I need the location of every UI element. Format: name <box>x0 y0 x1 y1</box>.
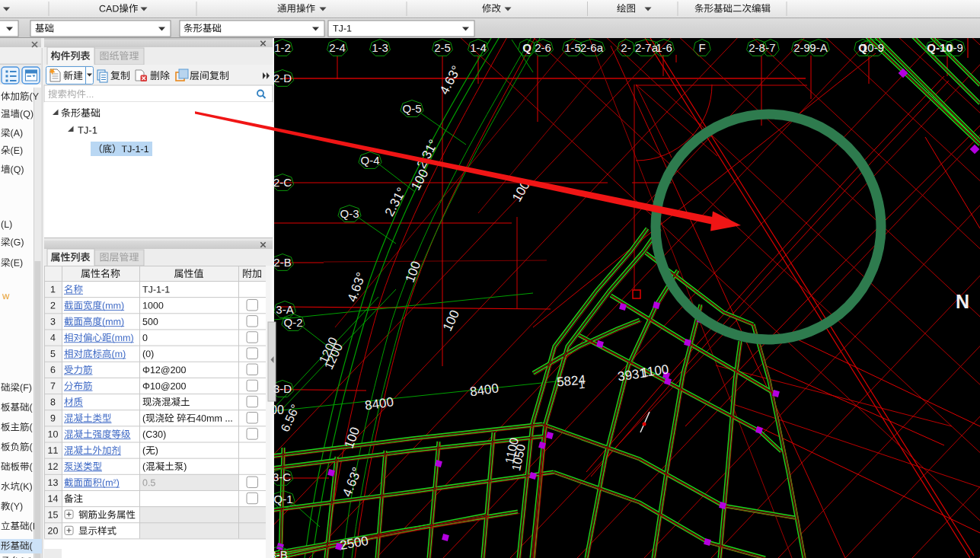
svg-text:N: N <box>956 291 969 312</box>
svg-text:2-C: 2-C <box>273 176 292 189</box>
svg-text:2-6: 2-6 <box>535 41 551 54</box>
svg-text:2-D: 2-D <box>273 72 292 84</box>
svg-text:Q-3: Q-3 <box>340 207 359 220</box>
svg-text:1-2: 1-2 <box>274 41 291 54</box>
svg-text:2-B: 2-B <box>273 256 291 269</box>
svg-text:Q: Q <box>522 41 531 54</box>
svg-text:1-5: 1-5 <box>564 41 581 54</box>
svg-text:Q-2: Q-2 <box>283 316 302 329</box>
svg-text:3-D: 3-D <box>273 382 292 395</box>
svg-text:2-8: 2-8 <box>749 41 765 54</box>
svg-text:1-4: 1-4 <box>470 41 487 54</box>
svg-text:Q-5: Q-5 <box>402 102 421 115</box>
svg-text:9-A: 9-A <box>809 41 827 54</box>
svg-text:-7: -7 <box>765 41 775 54</box>
svg-text:3-C: 3-C <box>273 470 291 483</box>
svg-text:1-3: 1-3 <box>372 41 388 54</box>
svg-text:Q-1: Q-1 <box>273 493 292 505</box>
svg-text:2-9: 2-9 <box>793 41 810 54</box>
svg-text:0-9: 0-9 <box>946 41 963 54</box>
svg-text:2-4: 2-4 <box>329 41 346 54</box>
svg-text:2-7a: 2-7a <box>635 41 659 54</box>
svg-text:F: F <box>698 41 705 54</box>
svg-text:Q-4: Q-4 <box>360 154 379 167</box>
svg-text:3-B: 3-B <box>270 548 287 558</box>
svg-text:2-6a: 2-6a <box>580 41 604 54</box>
svg-text:1-6: 1-6 <box>656 41 672 54</box>
svg-text:00: 00 <box>270 403 284 416</box>
svg-text:2-: 2- <box>621 41 630 54</box>
svg-text:10-9: 10-9 <box>861 41 884 54</box>
svg-text:3-A: 3-A <box>276 303 293 316</box>
svg-text:1: 1 <box>578 378 586 391</box>
svg-text:2-5: 2-5 <box>434 41 451 54</box>
